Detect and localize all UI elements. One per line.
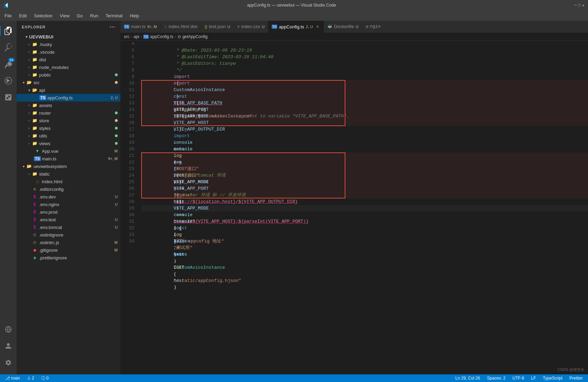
tab-main-ts[interactable]: TS main.ts 9+, M — [120, 21, 161, 33]
sidebar-item-dist[interactable]: › 📁 dist — [17, 56, 120, 63]
sidebar-item-index-html-uev[interactable]: › ◇ index.html — [17, 178, 120, 185]
sidebar-item-env-prod[interactable]: › $ .env.prod — [17, 208, 120, 216]
breadcrumb-func[interactable]: getAppConfig — [182, 34, 208, 39]
sidebar-item-router[interactable]: › 📁 router — [17, 109, 120, 117]
status-spaces[interactable]: Spaces: 2 — [485, 376, 507, 381]
activity-settings[interactable] — [0, 354, 17, 371]
index-html-tab-icon: ◇ — [164, 24, 167, 29]
test-json-tab-badge: U — [227, 25, 230, 29]
warning-count: 2 — [32, 376, 34, 381]
menu-file[interactable]: File — [2, 12, 15, 19]
activity-run[interactable] — [0, 72, 17, 89]
menu-edit[interactable]: Edit — [16, 12, 29, 19]
activity-search[interactable] — [0, 39, 17, 56]
editor-content[interactable]: 4 5 6 7 8 9 10 11 12 13 14 15 16 17 18 1… — [120, 41, 588, 374]
activity-remote[interactable] — [0, 321, 17, 338]
tab-appconfig-ts[interactable]: TS appConfig.ts 2, U ✕ — [268, 21, 324, 33]
code-line-4: * @Date: 2023-03-09 20:23:19 — [141, 41, 588, 47]
activity-explorer[interactable] — [0, 23, 17, 39]
index-css-tab-icon: # — [237, 25, 239, 29]
sidebar-item-views[interactable]: › 📁 views — [17, 140, 120, 147]
status-encoding[interactable]: UTF-8 — [511, 376, 526, 381]
envtomcat-icon: $ — [32, 224, 37, 230]
error-count: 0 — [46, 376, 49, 381]
code-line-11: VITE_APP_BASE_PATH , Remove this useless… — [141, 87, 588, 93]
status-line-ending[interactable]: LF — [530, 376, 538, 381]
status-branch[interactable]: ⎇ main — [3, 376, 22, 381]
sidebar-item-uevwebuisystem[interactable]: ▾ 📂 uevwebuisystem — [17, 162, 120, 170]
sidebar-item-appconfig[interactable]: › TS appConfig.ts 2, U — [17, 94, 120, 101]
sidebar-item-env-nginx[interactable]: › $ .env.nginx U — [17, 201, 120, 208]
api-arrow: ▾ — [26, 87, 32, 93]
test-json-tab-label: test.json — [209, 24, 226, 29]
breadcrumb-file[interactable]: appConfig.ts — [150, 34, 173, 39]
menu-run[interactable]: Run — [87, 12, 101, 19]
router-label: router — [39, 110, 115, 116]
appconfig-tab-close[interactable]: ✕ — [315, 24, 320, 29]
code-line-34 — [141, 238, 588, 245]
status-position[interactable]: Ln 29, Col 26 — [454, 376, 482, 381]
sidebar-item-app-vue[interactable]: › ▼ App.vue M — [17, 147, 120, 155]
status-formatter[interactable]: Prettier — [568, 376, 585, 381]
envdev-badge: U — [115, 195, 118, 199]
status-warnings[interactable]: ⚠ 2 — [25, 376, 36, 381]
status-language[interactable]: TypeScript — [541, 376, 564, 381]
tab-test-json[interactable]: {} test.json U — [201, 21, 234, 33]
sidebar-root[interactable]: ▾ UEVWEBUI — [17, 33, 120, 41]
router-dot — [115, 112, 118, 114]
breadcrumb-api[interactable]: api — [134, 34, 139, 39]
sidebar-item-public[interactable]: › 📁 public — [17, 71, 120, 79]
main-ts-tab-icon: TS — [124, 25, 129, 29]
sidebar-item-src[interactable]: ▾ 📂 src — [17, 79, 120, 86]
code-line-12: VITE_APP_PORT , — [141, 93, 588, 100]
api-label: api — [39, 88, 120, 93]
sidebar-item-eslintignore[interactable]: › ⊙ .eslintignore — [17, 231, 120, 239]
uevwebuisystem-folder-icon: 📂 — [26, 163, 32, 169]
tab-index-css[interactable]: # index.css U — [234, 21, 268, 33]
tab-index-html[interactable]: ◇ index.html dist — [161, 21, 201, 33]
sidebar-item-static[interactable]: › 📁 static — [17, 170, 120, 178]
appconfig-label: appConfig.ts — [47, 95, 111, 100]
uevwebuisystem-arrow: ▾ — [21, 163, 26, 169]
code-line-26: host = ` http://${VITE_APP_HOST}:${parse… — [141, 185, 588, 192]
sidebar-item-eslintrc[interactable]: › ⊙ .eslintrc.js M — [17, 239, 120, 246]
sidebar-item-editorconfig[interactable]: › ≡ .editorconfig — [17, 185, 120, 193]
status-errors[interactable]: ⓘ 0 — [39, 375, 51, 381]
menu-selection[interactable]: Selection — [31, 12, 55, 19]
sidebar-item-main-ts[interactable]: › TS main.ts 9+, M — [17, 155, 120, 162]
sidebar-item-node-modules[interactable]: › 📁 node_modules — [17, 63, 120, 71]
menu-go[interactable]: Go — [74, 12, 85, 19]
sidebar-item-vscode[interactable]: › 📁 .vscode — [17, 48, 120, 56]
activity-account[interactable] — [0, 338, 17, 354]
menu-help[interactable]: Help — [127, 12, 142, 19]
menu-terminal[interactable]: Terminal — [103, 12, 125, 19]
code-line-23: host = ` http://${location.host}/${VITE_… — [141, 166, 588, 172]
code-line-21: if ( VITE_APP_MODE === "nginx" || VITE_A… — [141, 152, 588, 159]
sidebar-item-api[interactable]: ▾ 📂 api — [17, 86, 120, 94]
sidebar-item-styles[interactable]: › 📁 styles — [17, 124, 120, 132]
sidebar-item-gitignore[interactable]: › ◆ .gitignore M — [17, 246, 120, 254]
styles-dot — [115, 127, 118, 130]
envtest-icon: $ — [32, 217, 37, 222]
breadcrumb-src[interactable]: src — [124, 34, 129, 39]
branch-name: main — [11, 376, 20, 381]
sidebar-more-icon[interactable]: ··· — [110, 24, 115, 30]
sidebar-item-utils[interactable]: › 📁 utils — [17, 132, 120, 140]
menu-view[interactable]: View — [57, 12, 72, 19]
sidebar-item-prettierignore[interactable]: › ◈ .prettierignore — [17, 254, 120, 261]
router-folder-icon: 📁 — [32, 110, 37, 116]
editorconfig-label: .editorconfig — [39, 187, 120, 192]
activity-source-control[interactable]: 54 — [0, 56, 17, 72]
sidebar-item-husky[interactable]: › 📁 .husky — [17, 41, 120, 48]
tab-settings[interactable]: ⚙ ngin — [362, 21, 384, 33]
sidebar-item-env-test[interactable]: › $ .env.test U — [17, 216, 120, 223]
activity-extensions[interactable] — [0, 89, 17, 106]
status-bar-right: Ln 29, Col 26 Spaces: 2 UTF-8 LF TypeScr… — [454, 376, 585, 381]
sidebar-item-store[interactable]: › 📁 store — [17, 117, 120, 124]
sidebar-item-env-dev[interactable]: › $ .env.dev U — [17, 193, 120, 201]
code-line-32: return axios . IGET ( "/static/appConfig… — [141, 225, 588, 231]
tab-dockerfile[interactable]: 🐳 Dockerfile U — [324, 21, 362, 33]
sidebar-item-env-tomcat[interactable]: › $ .env.tomcat U — [17, 223, 120, 231]
sidebar-item-assets[interactable]: › 📁 assets — [17, 101, 120, 109]
error-icon: ⓘ — [41, 375, 45, 381]
